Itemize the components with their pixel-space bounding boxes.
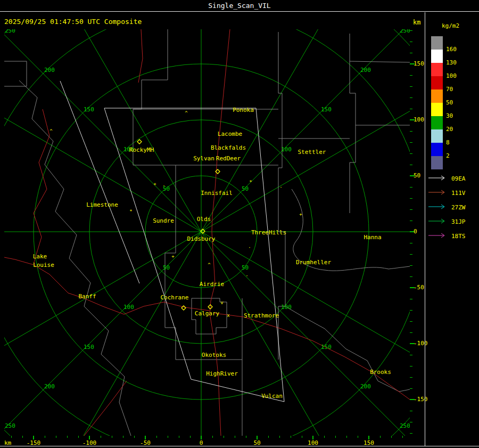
legend-sites: 09EA111V27ZW31JP18TS (426, 173, 479, 252)
right-axis-minor-tick (410, 142, 412, 143)
city-label: ThreeHills (251, 229, 286, 236)
minor-marker: * (129, 209, 132, 214)
site-row-18TS: 18TS (427, 230, 478, 245)
right-axis-minor-tick (410, 321, 412, 322)
right-axis-minor-tick (410, 109, 412, 109)
site-label: 31JP (451, 218, 466, 225)
right-axis-minor-tick (410, 332, 412, 333)
legend-color-box (431, 63, 443, 76)
right-axis-minor-tick (410, 276, 412, 277)
right-axis-minor-tick (410, 42, 412, 42)
right-axis-minor-tick (410, 131, 412, 132)
right-axis-minor-tick (410, 366, 412, 366)
radar-map[interactable]: 5050505010010010010015015015015020020020… (4, 29, 410, 436)
minor-marker: ^ (49, 128, 53, 134)
bottom-axis-minor-tick (67, 436, 68, 438)
range-ring-label: 250 (5, 422, 15, 429)
right-axis-minor-tick (410, 75, 412, 76)
legend-scale-label: 2 (446, 152, 450, 160)
highway-line (214, 313, 410, 400)
range-ring-label: 100 (281, 146, 292, 153)
city-label: Louise (33, 262, 54, 268)
minor-marker: + (299, 211, 302, 217)
right-axis-minor-tick (410, 165, 412, 165)
right-axis-tick-label: 100 (414, 116, 424, 124)
legend-color-box (431, 76, 443, 89)
right-axis-minor-tick (410, 209, 412, 210)
range-ring-label: 150 (321, 344, 332, 351)
radar-app-window: Single_Scan_VIL 2025/09/25 01:47:50 UTC … (0, 0, 479, 448)
range-ring-label: 250 (400, 422, 410, 429)
bottom-axis-minor-tick (380, 436, 381, 438)
window-title: Single_Scan_VIL (208, 2, 270, 10)
bottom-axis-minor-tick (56, 436, 56, 438)
city-label: Ponoka (233, 107, 254, 113)
right-axis: 150100500-50-100-150 (410, 29, 425, 436)
bottom-axis-minor-tick (346, 436, 347, 438)
city-label: RockyMH (129, 146, 154, 153)
right-axis-minor-tick (410, 433, 412, 434)
city-label: RedDeer (216, 155, 241, 162)
city-label: Cochrane (161, 294, 189, 301)
city-label: Didsbury (187, 235, 216, 242)
bottom-axis-minor-tick (78, 436, 79, 438)
city-label: Banff (78, 293, 96, 300)
scan-timestamp: 2025/09/25 01:47:50 UTC Composite (4, 18, 142, 26)
range-ring-label: 200 (44, 67, 55, 74)
site-arrow-icon (428, 203, 449, 210)
county-boundary (133, 29, 168, 165)
county-boundary (350, 34, 356, 213)
bottom-axis-minor-tick (22, 436, 23, 438)
right-axis-unit-label: km (413, 19, 420, 26)
county-boundary (285, 306, 410, 392)
minor-marker: · (279, 185, 282, 190)
legend-color-box (431, 156, 443, 169)
minor-marker: * (249, 180, 252, 185)
site-arrow-icon (428, 174, 449, 182)
range-ring-label: 250 (400, 29, 410, 34)
bottom-axis-minor-tick (302, 436, 302, 438)
range-ring-label: 200 (360, 383, 371, 390)
city-labels-layer: PonokaLacombeBlackfaldsRedDeerSylvanStet… (33, 107, 391, 400)
bottom-axis-minor-tick (123, 436, 123, 438)
bottom-axis-minor-tick (279, 436, 280, 438)
range-ring-label: 100 (281, 304, 292, 311)
minor-marker: ^ (185, 110, 188, 116)
legend-color-box (431, 116, 443, 129)
range-ring-label: 50 (163, 264, 170, 271)
right-axis-minor-tick (410, 388, 412, 389)
bottom-axis-major-tick (368, 436, 369, 439)
city-label: Brooks (370, 369, 391, 376)
city-label: Sundre (153, 217, 174, 224)
right-axis-minor-tick (410, 221, 412, 221)
bottom-axis-minor-tick (101, 436, 101, 438)
titlebar: Single_Scan_VIL (0, 0, 479, 12)
city-label: Okotoks (202, 352, 226, 359)
bottom-axis-minor-tick (45, 436, 45, 438)
highway-line (34, 109, 49, 264)
radar-map-svg: 5050505010010010010015015015015020020020… (4, 29, 410, 436)
minor-marker: x (227, 313, 230, 318)
city-label: Hanna (364, 234, 381, 241)
legend-scale-label: 160 (446, 46, 457, 53)
site-arrow-icon (428, 232, 449, 239)
bottom-axis-minor-tick (212, 436, 213, 438)
city-label: Airdrie (200, 281, 224, 288)
right-axis-minor-tick (410, 86, 412, 87)
right-axis-minor-tick (410, 97, 412, 98)
city-label: Stettler (298, 149, 326, 156)
bottom-axis: km -150-100-50050100150 (0, 436, 479, 446)
city-label: Strathmore (244, 312, 279, 319)
right-axis-minor-tick (410, 254, 412, 255)
site-label: 111V (451, 190, 466, 197)
right-axis-minor-tick (410, 299, 412, 299)
bottom-axis-minor-tick (224, 436, 224, 438)
bottom-axis-minor-tick (358, 436, 358, 438)
bottom-axis-minor-tick (11, 436, 12, 438)
right-axis-minor-tick (410, 53, 412, 53)
minor-marker: · (245, 273, 248, 279)
right-axis-tick-label: 50 (414, 172, 420, 180)
site-row-31JP: 31JP (427, 216, 478, 230)
range-ring-label: 200 (44, 383, 55, 390)
right-axis-minor-tick (410, 377, 412, 378)
